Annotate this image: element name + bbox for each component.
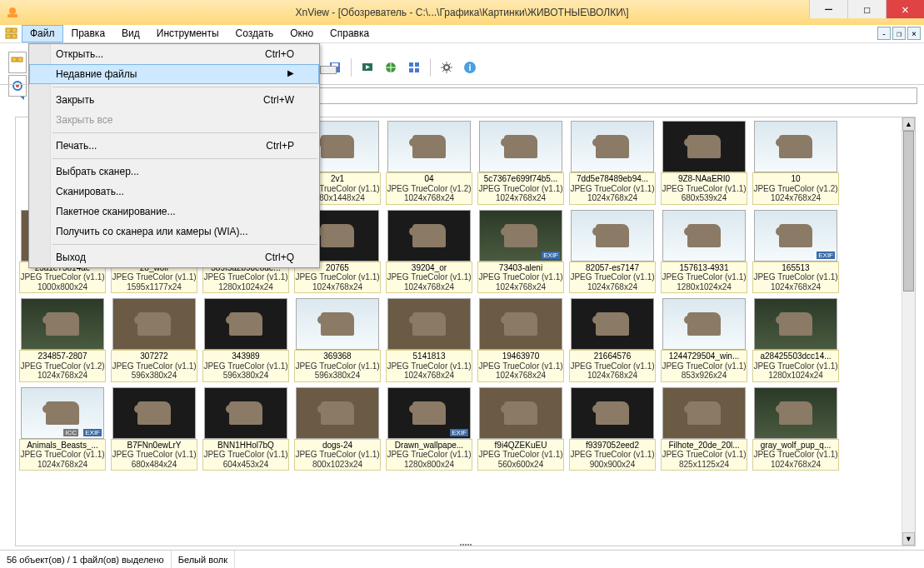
thumbnail-dimensions: 825x1125x24 — [662, 460, 747, 470]
thumbnail-filename: Filhote_20de_20l... — [662, 441, 747, 451]
thumbnail-filename: Drawn_wallpape... — [387, 441, 472, 451]
menu-item-recent[interactable]: Недавние файлы▶ — [29, 64, 319, 84]
menu-item-open[interactable]: Открыть...Ctrl+O — [29, 44, 319, 64]
thumbnail-item[interactable]: EXIF165513JPEG TrueColor (v1.1)1024x768x… — [752, 210, 839, 294]
thumbnail-label: 19463970JPEG TrueColor (v1.1)1024x768x24 — [477, 350, 564, 382]
scroll-down-icon[interactable]: ▼ — [902, 532, 915, 546]
menu-item-print[interactable]: Печать...Ctrl+P — [29, 136, 319, 156]
thumbnail-item[interactable]: EXIF73403-aleniJPEG TrueColor (v1.1)1024… — [477, 210, 564, 294]
tool-thumb-icon[interactable] — [404, 57, 424, 77]
thumbnail-image — [754, 121, 837, 172]
thumbnail-filename: 5141813 — [387, 351, 472, 361]
thumbnail-format: JPEG TrueColor (v1.2) — [753, 184, 838, 194]
close-button[interactable]: ✕ — [886, 0, 924, 18]
mdi-minimize-button[interactable]: - — [877, 27, 891, 40]
thumbnail-label: 10JPEG TrueColor (v1.2)1024x768x24 — [752, 172, 839, 205]
menu-separator — [52, 132, 317, 133]
mdi-close-button[interactable]: × — [907, 27, 921, 40]
thumbnail-image — [662, 298, 746, 350]
menu-separator — [52, 87, 317, 87]
thumbnail-label: 307272JPEG TrueColor (v1.1)596x380x24 — [111, 350, 197, 382]
thumbnail-filename: a28425503dcc14... — [753, 351, 838, 361]
thumbnail-format: JPEG TrueColor (v1.1) — [570, 450, 655, 460]
thumbnail-item[interactable]: 19463970JPEG TrueColor (v1.1)1024x768x24 — [477, 298, 564, 382]
thumbnail-item[interactable]: 157613-4931JPEG TrueColor (v1.1)1280x102… — [661, 210, 747, 294]
svg-text:i: i — [468, 62, 471, 72]
tool-web-icon[interactable] — [381, 57, 401, 77]
splitter-grip[interactable] — [449, 542, 482, 546]
thumbnail-item[interactable]: Filhote_20de_20l...JPEG TrueColor (v1.1)… — [661, 387, 747, 471]
thumbnail-format: JPEG TrueColor (v1.1) — [570, 361, 655, 371]
menu-item-close[interactable]: ЗакрытьCtrl+W — [29, 90, 319, 110]
thumbnail-image — [387, 298, 471, 350]
tool-slideshow-icon[interactable] — [357, 57, 377, 77]
thumbnail-image — [754, 298, 837, 350]
menu-item-scan[interactable]: Сканировать... — [29, 182, 319, 202]
menu-edit[interactable]: Правка — [63, 25, 114, 42]
thumbnail-item[interactable]: 9Z8-NAaERI0JPEG TrueColor (v1.1)680x539x… — [661, 121, 747, 205]
vertical-scrollbar[interactable]: ▲ ▼ — [902, 117, 915, 546]
thumbnail-item[interactable]: BNN1HHol7bQJPEG TrueColor (v1.1)604x453x… — [202, 387, 289, 471]
thumbnail-item[interactable]: 1244729504_win...JPEG TrueColor (v1.1)85… — [661, 298, 747, 382]
svg-point-19 — [444, 65, 449, 70]
thumbnail-item[interactable]: 343989JPEG TrueColor (v1.1)596x380x24 — [202, 298, 289, 382]
thumbnail-label: BNN1HHol7bQJPEG TrueColor (v1.1)604x453x… — [202, 439, 289, 471]
scroll-up-icon[interactable]: ▲ — [902, 117, 915, 131]
menu-view[interactable]: Вид — [113, 25, 148, 42]
thumbnail-item[interactable]: EXIFDrawn_wallpape...JPEG TrueColor (v1.… — [386, 387, 472, 471]
thumbnail-filename: 7dd5e78489eb94... — [570, 174, 655, 184]
thumbnail-item[interactable]: 82057-es7147JPEG TrueColor (v1.1)1024x76… — [569, 210, 656, 294]
thumbnail-item[interactable]: 307272JPEG TrueColor (v1.1)596x380x24 — [111, 298, 197, 382]
thumbnail-item[interactable]: 369368JPEG TrueColor (v1.1)596x380x24 — [294, 298, 381, 382]
thumbnail-label: a28425503dcc14...JPEG TrueColor (v1.1)12… — [752, 350, 839, 382]
thumbnail-item[interactable]: 10JPEG TrueColor (v1.2)1024x768x24 — [752, 121, 839, 205]
file-menu-dropdown: Открыть...Ctrl+O Недавние файлы▶ Закрыть… — [28, 43, 320, 268]
menu-file[interactable]: Файл — [22, 25, 63, 42]
svg-rect-2 — [6, 28, 11, 32]
thumbnail-filename: f9i4QZEKuEU — [478, 441, 563, 451]
thumbnail-item[interactable]: 7dd5e78489eb94...JPEG TrueColor (v1.1)10… — [569, 121, 656, 205]
svg-rect-3 — [12, 28, 17, 32]
thumbnail-filename: 9Z8-NAaERI0 — [662, 174, 747, 184]
thumbnail-label: gray_wolf_pup_q...JPEG TrueColor (v1.1)1… — [752, 439, 839, 471]
menu-window[interactable]: Окно — [282, 25, 322, 42]
thumbnail-item[interactable]: 39204_orJPEG TrueColor (v1.1)1024x768x24 — [386, 210, 472, 294]
thumbnail-dimensions: 1024x768x24 — [570, 282, 655, 292]
thumbnail-label: 369368JPEG TrueColor (v1.1)596x380x24 — [294, 350, 381, 382]
thumbnail-item[interactable]: gray_wolf_pup_q...JPEG TrueColor (v1.1)1… — [752, 387, 839, 471]
app-menu-icon — [5, 27, 18, 40]
minimize-button[interactable]: ─ — [809, 0, 847, 18]
thumbnail-item[interactable]: 5141813JPEG TrueColor (v1.1)1024x768x24 — [386, 298, 472, 382]
menu-item-wia[interactable]: Получить со сканера или камеры (WIA)... — [29, 222, 319, 242]
thumbnail-item[interactable]: f9397052eed2JPEG TrueColor (v1.1)900x900… — [569, 387, 656, 471]
mdi-restore-button[interactable]: ❐ — [892, 27, 906, 40]
thumbnail-image — [662, 121, 746, 172]
thumbnail-label: 82057-es7147JPEG TrueColor (v1.1)1024x76… — [569, 262, 656, 294]
thumbnail-item[interactable]: 234857-2807JPEG TrueColor (v1.2)1024x768… — [19, 298, 106, 382]
thumbnail-label: 234857-2807JPEG TrueColor (v1.2)1024x768… — [19, 350, 106, 382]
thumbnail-filename: dogs-24 — [295, 441, 380, 451]
thumbnail-item[interactable]: a28425503dcc14...JPEG TrueColor (v1.1)12… — [752, 298, 839, 382]
thumbnail-item[interactable]: 21664576JPEG TrueColor (v1.1)1024x768x24 — [569, 298, 656, 382]
menu-item-exit[interactable]: ВыходCtrl+Q — [29, 247, 319, 267]
tool-settings-icon[interactable] — [437, 57, 457, 77]
svg-rect-5 — [12, 34, 17, 38]
thumbnail-item[interactable]: 04JPEG TrueColor (v1.2)1024x768x24 — [386, 121, 472, 205]
maximize-button[interactable]: ☐ — [847, 0, 886, 18]
thumbnail-format: JPEG TrueColor (v1.1) — [478, 272, 563, 282]
thumbnail-label: 04JPEG TrueColor (v1.2)1024x768x24 — [386, 172, 472, 205]
thumbnail-image: EXIF — [479, 210, 562, 262]
scroll-thumb[interactable] — [903, 131, 914, 291]
menu-item-select-scanner[interactable]: Выбрать сканер... — [29, 162, 319, 182]
thumbnail-item[interactable]: EXIFICCAnimals_Beasts_...JPEG TrueColor … — [19, 387, 106, 471]
thumbnail-item[interactable]: f9i4QZEKuEUJPEG TrueColor (v1.1)560x600x… — [477, 387, 564, 471]
thumbnail-item[interactable]: 5c7367e699f74b5...JPEG TrueColor (v1.1)1… — [477, 121, 564, 205]
menu-item-batch-scan[interactable]: Пакетное сканирование... — [29, 202, 319, 222]
tool-info-icon[interactable]: i — [460, 57, 480, 77]
thumbnail-item[interactable]: B7FNn0ewLrYJPEG TrueColor (v1.1)680x484x… — [111, 387, 197, 471]
menu-tools[interactable]: Инструменты — [148, 25, 227, 42]
thumbnail-item[interactable]: dogs-24JPEG TrueColor (v1.1)800x1023x24 — [294, 387, 381, 471]
menu-create[interactable]: Создать — [227, 25, 282, 42]
thumbnail-filename: Animals_Beasts_... — [20, 441, 105, 451]
menu-help[interactable]: Справка — [322, 25, 377, 42]
